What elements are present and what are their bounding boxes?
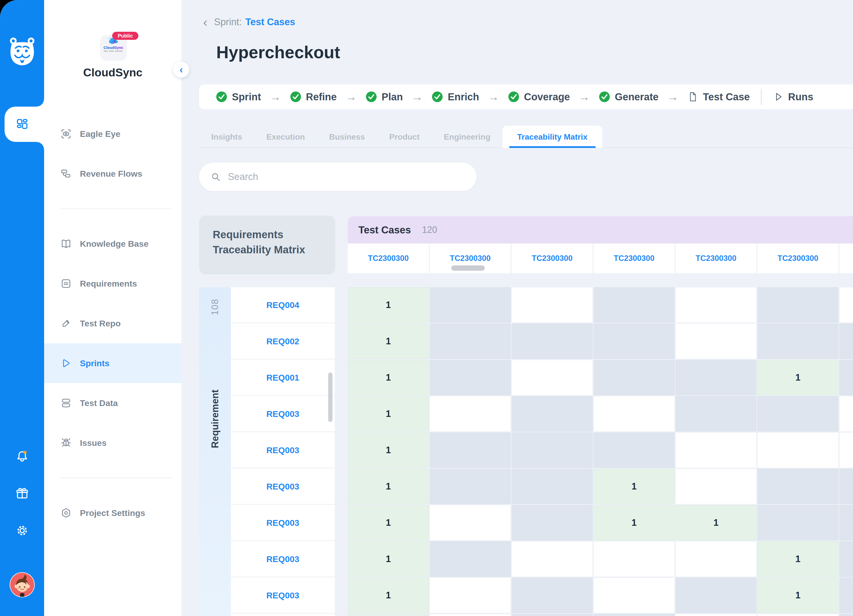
matrix-cell[interactable]: 1 xyxy=(348,542,429,577)
matrix-cell[interactable]: 1 xyxy=(593,469,674,504)
runs-play-icon xyxy=(773,91,784,102)
book-icon xyxy=(60,238,72,250)
matrix-cell[interactable]: 1 xyxy=(593,505,674,540)
matrix-cell[interactable]: 1 xyxy=(757,360,838,395)
play-icon xyxy=(60,357,72,369)
primary-rail xyxy=(0,0,44,616)
gear-icon[interactable] xyxy=(15,523,29,538)
matrix-cell xyxy=(757,614,838,616)
sidebar-collapse-button[interactable]: ‹ xyxy=(173,62,189,77)
matrix-cell[interactable]: 1 xyxy=(348,360,429,395)
matrix-cell[interactable]: 1 xyxy=(348,469,429,504)
matrix-cell[interactable]: 1 xyxy=(348,287,429,323)
matrix-cell[interactable]: 1 xyxy=(348,324,429,359)
matrix-cell xyxy=(430,432,511,468)
tab-insights[interactable]: Insights xyxy=(199,126,254,148)
tab-traceability-matrix[interactable]: Traceability Matrix xyxy=(502,126,602,148)
back-chevron-icon[interactable]: ‹ xyxy=(203,17,208,27)
requirement-link[interactable]: REQ003 xyxy=(266,409,299,419)
main-content: ‹ Sprint: Test Cases Hypercheckout Sprin… xyxy=(182,0,853,616)
test-case-link[interactable]: TC2300300 xyxy=(695,254,736,263)
tab-product[interactable]: Product xyxy=(377,126,432,148)
matrix-cell[interactable]: 1 xyxy=(348,614,429,616)
requirement-link[interactable]: REQ002 xyxy=(266,337,299,346)
requirement-link[interactable]: REQ003 xyxy=(266,518,299,528)
matrix-cell[interactable]: 1 xyxy=(675,505,756,540)
tab-business[interactable]: Business xyxy=(317,126,377,148)
test-case-link[interactable]: TC2300300 xyxy=(368,254,408,263)
matrix-cell[interactable]: 1 xyxy=(348,396,429,431)
sidebar-item-eagle-eye[interactable]: Eagle Eye xyxy=(44,114,182,154)
search-icon xyxy=(210,171,221,182)
tab-engineering[interactable]: Engineering xyxy=(432,126,502,148)
matrix-cell[interactable]: 1 xyxy=(348,505,429,540)
horizontal-scrollbar-thumb[interactable] xyxy=(451,266,485,271)
matrix-cell xyxy=(593,614,674,616)
test-repo-icon xyxy=(60,317,72,329)
breadcrumb-link[interactable]: Test Cases xyxy=(245,17,295,27)
step-coverage[interactable]: Coverage xyxy=(508,91,570,103)
matrix-cell xyxy=(757,396,838,431)
sidebar-item-sprints[interactable]: Sprints xyxy=(44,343,182,383)
logo-tagline: Sync. Scale. Succeed. xyxy=(100,50,127,52)
bell-icon[interactable] xyxy=(15,449,29,463)
mascot-logo-icon[interactable] xyxy=(6,35,39,68)
public-badge: Public xyxy=(112,32,138,40)
requirement-link[interactable]: REQ003 xyxy=(266,482,299,492)
test-case-link[interactable]: TC2300300 xyxy=(777,254,818,263)
matrix-cell xyxy=(675,469,756,504)
bug-icon xyxy=(60,437,72,449)
requirement-link[interactable]: REQ004 xyxy=(266,300,299,310)
rail-item-dashboard[interactable] xyxy=(5,107,44,142)
matrix-cell xyxy=(675,396,756,431)
requirement-link[interactable]: REQ003 xyxy=(266,554,299,564)
requirement-link[interactable]: REQ003 xyxy=(266,590,299,600)
test-case-column-header: TC2300300 xyxy=(593,243,674,273)
tab-execution[interactable]: Execution xyxy=(254,126,317,148)
step-test-case[interactable]: Test Case xyxy=(688,91,750,103)
vertical-scrollbar-thumb[interactable] xyxy=(328,373,332,422)
step-label: Coverage xyxy=(524,91,570,103)
check-circle-icon xyxy=(216,91,228,103)
step-enrich[interactable]: Enrich xyxy=(431,91,479,103)
requirement-link[interactable]: REQ003 xyxy=(266,445,299,455)
matrix-cell[interactable]: 1 xyxy=(757,578,838,613)
step-refine[interactable]: Refine xyxy=(290,91,337,103)
test-case-link[interactable]: TC2300300 xyxy=(531,254,572,263)
step-generate[interactable]: Generate xyxy=(599,91,659,103)
step-runs[interactable]: Runs xyxy=(773,91,814,103)
stepper-divider xyxy=(761,89,762,105)
step-plan[interactable]: Plan xyxy=(366,91,403,103)
user-avatar[interactable] xyxy=(9,572,35,598)
test-cases-count: 120 xyxy=(422,225,437,235)
test-case-link[interactable]: TC2300300 xyxy=(450,254,490,263)
matrix-cell xyxy=(512,542,593,577)
step-sprint[interactable]: Sprint xyxy=(216,91,261,103)
sidebar-item-test-repo[interactable]: Test Repo xyxy=(44,303,182,343)
requirement-link[interactable]: REQ001 xyxy=(266,373,299,382)
matrix-cell[interactable]: 1 xyxy=(757,542,838,577)
matrix-cell[interactable]: 1 xyxy=(348,578,429,613)
step-label: Plan xyxy=(382,91,403,103)
sidebar-item-issues[interactable]: Issues xyxy=(44,423,182,463)
grid-icon xyxy=(15,117,29,131)
sidebar-item-requirements[interactable]: Requirements xyxy=(44,264,182,303)
matrix-cell[interactable]: 1 xyxy=(348,432,429,468)
test-case-link[interactable]: TC2300300 xyxy=(613,254,654,263)
sidebar-item-test-data[interactable]: Test Data xyxy=(44,383,182,423)
app-root: CloudSync Sync. Scale. Succeed. Public C… xyxy=(0,0,853,616)
matrix-cell xyxy=(593,432,674,468)
matrix-cell xyxy=(430,578,511,613)
arrow-right-icon: → xyxy=(411,90,423,103)
arrow-right-icon: → xyxy=(270,90,281,103)
matrix-title-line2: Traceability Matrix xyxy=(213,242,335,257)
sidebar-item-project-settings[interactable]: Project Settings xyxy=(44,493,182,533)
arrow-right-icon: → xyxy=(578,90,590,103)
sidebar-item-knowledge-base[interactable]: Knowledge Base xyxy=(44,224,182,264)
sidebar-item-label: Knowledge Base xyxy=(80,239,149,249)
sidebar-item-revenue-flows[interactable]: Revenue Flows xyxy=(44,154,182,194)
sidebar-item-label: Requirements xyxy=(80,279,137,288)
check-circle-icon xyxy=(508,91,519,103)
gift-icon[interactable] xyxy=(15,487,29,501)
search-input[interactable] xyxy=(228,171,465,182)
